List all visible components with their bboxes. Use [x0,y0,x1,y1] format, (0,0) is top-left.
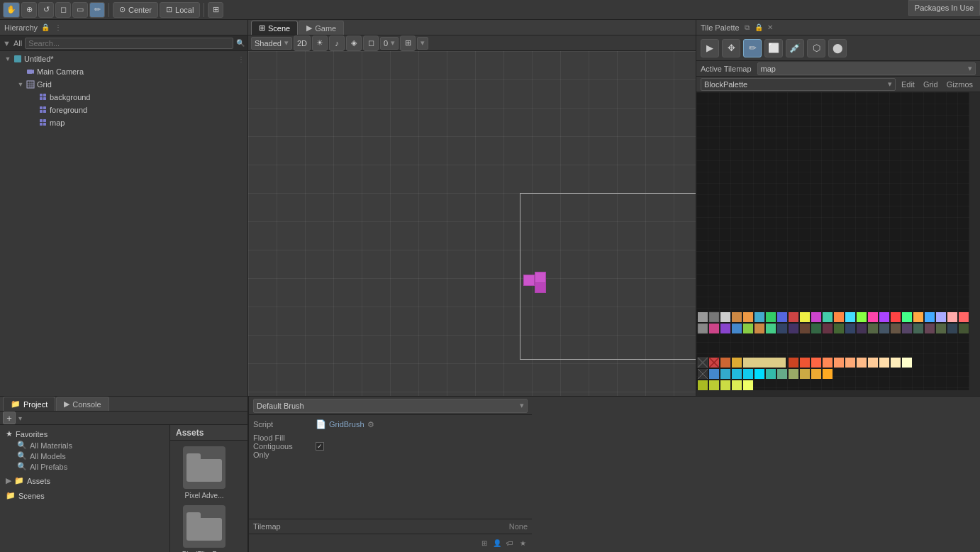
palette-erase-btn[interactable]: ⬡ [807,39,825,57]
script-settings-icon[interactable]: ⚙ [367,420,374,429]
project-tab[interactable]: 📁 Project [3,397,55,411]
tree-arrow-camera [16,67,26,77]
lighting-btn[interactable]: ☀ [312,35,328,51]
hide-btn[interactable]: ◻ [363,35,379,51]
add-btn[interactable]: + [3,412,16,424]
hierarchy-header: Hierarchy 🔒 ⋮ [0,20,247,35]
project-content: ★ Favorites 🔍 All Materials 🔍 All Models… [0,425,247,552]
palette-grid-btn[interactable]: Grid [920,80,941,89]
palette-fill-btn[interactable]: ⬤ [828,39,847,57]
effects-btn[interactable]: ◈ [346,35,362,51]
tree-arrow-grid: ▼ [16,79,26,89]
svg-rect-65 [913,324,923,333]
scene-view[interactable] [248,51,696,396]
tile-palette-close-btn[interactable]: ✕ [765,23,775,33]
all-prefabs-item[interactable]: 🔍 All Prefabs [3,461,167,472]
add-dropdown-arrow[interactable]: ▾ [18,414,22,422]
flood-fill-checkbox[interactable]: ✓ [316,442,324,451]
script-value-row: 📄 GridBrush ⚙ [316,419,374,429]
tile-palette-canvas-area[interactable] [696,92,980,396]
palette-name-dropdown[interactable]: BlockPalette ▾ [701,78,896,91]
asset-pixel-adventure[interactable]: Pixel Adve... [176,446,233,499]
svg-rect-81 [811,358,821,368]
palette-paint-btn[interactable]: ✏ [743,39,762,57]
gizmos-btn[interactable]: ⊞ [400,35,416,51]
tree-item-untitled[interactable]: ▼ Untitled* ⋮ [0,53,247,65]
all-materials-item[interactable]: 🔍 All Materials [3,440,167,451]
hand-tool-btn[interactable]: ✋ [3,2,20,18]
tree-item-main-camera[interactable]: Main Camera [0,65,247,78]
render-dropdown[interactable]: 0 ▾ [380,37,399,50]
active-tilemap-dropdown[interactable]: map ▾ [757,62,976,75]
audio-btn[interactable]: ♪ [329,35,345,51]
svg-rect-85 [857,358,867,368]
tree-label-map: map [50,118,65,127]
palette-edit-btn[interactable]: Edit [898,80,918,89]
scene-grid [248,51,696,396]
tile-palette-lock-btn[interactable]: 🔒 [754,23,764,33]
search-glass-icon: 🔍 [236,39,245,47]
tree-item-foreground[interactable]: foreground [0,104,247,116]
tree-item-map[interactable]: map [0,116,247,129]
shading-dropdown[interactable]: Shaded ▾ [251,37,292,50]
2d-btn[interactable]: 2D [294,35,311,51]
brush-settings-panel: Default Brush ▾ Script 📄 GridBrush ⚙ Flo… [248,397,532,552]
assets-section: ▶ 📁 Assets [3,475,167,487]
game-tab-label: Game [315,24,336,33]
brush-icon-2[interactable]: 👤 [492,539,502,548]
local-btn[interactable]: ⊡ Local [160,2,200,18]
hierarchy-lock-btn[interactable]: 🔒 [40,23,50,33]
favorites-header[interactable]: ★ Favorites [3,428,167,440]
scenes-header[interactable]: 📁 Scenes [3,490,167,502]
palette-eyedrop-btn[interactable]: 💉 [786,39,804,57]
palette-move-btn[interactable]: ✥ [722,39,740,57]
asset-pixel-tiles[interactable]: PixelTilesFo... [176,505,233,552]
rotate-tool-btn[interactable]: ↺ [38,2,54,18]
gizmos-dropdown[interactable]: ▾ [417,37,428,50]
all-models-item[interactable]: 🔍 All Models [3,451,167,461]
game-tab[interactable]: ▶ Game [299,21,344,35]
tilemap-none-value: None [509,522,528,531]
separator-2 [204,3,204,17]
script-prop-row: Script 📄 GridBrush ⚙ [253,419,528,429]
svg-rect-46 [698,324,708,333]
tree-label-grid: Grid [37,80,52,89]
asset-icon-pixel-tiles [183,505,225,548]
tree-arrow-background [28,92,38,102]
hierarchy-search-input[interactable] [25,38,233,49]
tile-palette-popout-btn[interactable]: ⧉ [742,23,752,33]
scale-tool-btn[interactable]: ◻ [55,2,71,18]
console-tab[interactable]: ▶ Console [56,397,108,411]
tilemap-icon-map [38,118,48,128]
center-btn[interactable]: ⊙ Center [113,2,158,18]
tree-item-grid[interactable]: ▼ Grid [0,78,247,91]
assets-arrow-icon: ▶ [6,476,11,485]
svg-rect-19 [43,123,46,126]
hierarchy-more-icon[interactable]: ⋮ [238,55,245,63]
center-label: Center [128,6,152,14]
hierarchy-more-btn[interactable]: ⋮ [53,23,63,33]
palette-box-btn[interactable]: ⬜ [764,39,783,57]
palette-gizmos-btn[interactable]: Gizmos [944,80,976,89]
scene-tab[interactable]: ⊞ Scene [251,21,298,35]
brush-dropdown[interactable]: Default Brush ▾ [253,399,528,413]
brush-icon-3[interactable]: 🏷 [505,539,515,548]
svg-rect-23 [709,312,719,322]
scene-game-panel: ⊞ Scene ▶ Game Shaded ▾ 2D ☀ ♪ ◈ ◻ 0 ▾ [248,20,696,396]
svg-rect-66 [925,324,935,333]
brush-icon-1[interactable]: ⊞ [479,539,489,548]
svg-rect-59 [845,324,855,333]
brush-icon-4[interactable]: ★ [518,539,528,548]
local-label: Local [175,6,194,14]
grid-toggle-btn[interactable]: ⊞ [208,2,223,18]
assets-header[interactable]: ▶ 📁 Assets [3,475,167,487]
svg-rect-30 [789,312,798,322]
svg-rect-32 [811,312,821,322]
move-tool-btn[interactable]: ⊕ [21,2,37,18]
custom-tool-btn[interactable]: ✏ [89,2,105,18]
tilemap-section: Tilemap None [249,519,532,534]
tree-item-background[interactable]: background [0,91,247,104]
rect-tool-btn[interactable]: ▭ [72,2,88,18]
palette-select-btn[interactable]: ▶ [701,39,719,57]
tile-block-3 [535,272,546,283]
